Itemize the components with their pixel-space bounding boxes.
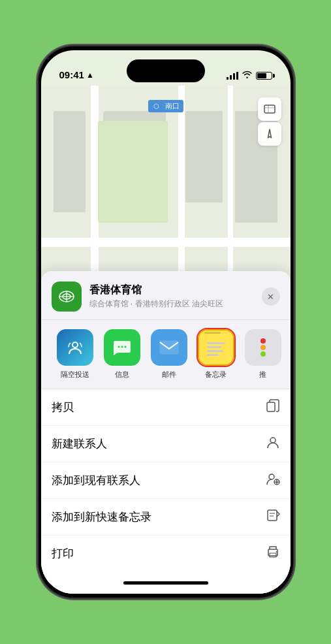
notes-label: 备忘录 bbox=[205, 370, 227, 379]
action-copy[interactable]: 拷贝 bbox=[41, 389, 291, 426]
phone-screen: 09:41 ▲ bbox=[41, 50, 291, 594]
location-button[interactable] bbox=[258, 122, 281, 146]
mail-label: 邮件 bbox=[162, 370, 176, 379]
share-item-notes[interactable]: 备忘录 bbox=[193, 329, 240, 379]
copy-icon bbox=[266, 398, 280, 416]
status-time: 09:41 ▲ bbox=[59, 69, 94, 80]
time-display: 09:41 bbox=[59, 69, 84, 80]
svg-point-11 bbox=[72, 342, 78, 347]
venue-title: 香港体育馆 bbox=[89, 283, 254, 297]
location-icon: ▲ bbox=[86, 71, 94, 80]
new-contact-icon bbox=[266, 435, 280, 453]
share-item-airdrop[interactable]: 隔空投送 bbox=[52, 329, 99, 379]
svg-rect-22 bbox=[268, 510, 277, 521]
action-print[interactable]: 打印 bbox=[41, 536, 291, 572]
action-list: 拷贝 新建联系人 bbox=[41, 389, 291, 572]
print-icon bbox=[266, 545, 280, 562]
print-label: 打印 bbox=[52, 546, 74, 561]
svg-point-18 bbox=[269, 474, 274, 479]
home-bar bbox=[123, 581, 208, 585]
venue-description: 综合体育馆 · 香港特别行政区 油尖旺区 bbox=[89, 298, 254, 310]
svg-rect-0 bbox=[264, 105, 275, 113]
messages-label: 信息 bbox=[115, 370, 129, 379]
share-item-more[interactable]: 推 bbox=[240, 329, 287, 379]
action-new-contact[interactable]: 新建联系人 bbox=[41, 426, 291, 462]
svg-rect-16 bbox=[267, 402, 275, 411]
mail-icon bbox=[151, 329, 187, 366]
status-icons bbox=[227, 71, 272, 80]
more-label: 推 bbox=[259, 370, 266, 379]
action-quick-note[interactable]: 添加到新快速备忘录 bbox=[41, 499, 291, 536]
dynamic-island bbox=[127, 59, 205, 82]
venue-info: 香港体育馆 综合体育馆 · 香港特别行政区 油尖旺区 bbox=[89, 283, 254, 310]
share-item-messages[interactable]: 信息 bbox=[99, 329, 146, 379]
add-contact-icon bbox=[266, 472, 280, 489]
wifi-icon bbox=[242, 71, 252, 80]
quick-note-label: 添加到新快速备忘录 bbox=[52, 509, 151, 524]
share-item-mail[interactable]: 邮件 bbox=[146, 329, 193, 379]
map-controls bbox=[258, 97, 281, 146]
venue-icon bbox=[52, 282, 82, 312]
airdrop-label: 隔空投送 bbox=[61, 370, 89, 379]
quick-note-icon bbox=[266, 508, 280, 526]
notes-icon bbox=[198, 329, 234, 366]
bottom-sheet: 香港体育馆 综合体育馆 · 香港特别行政区 油尖旺区 ✕ bbox=[41, 271, 291, 594]
battery-icon bbox=[256, 72, 272, 80]
add-contact-label: 添加到现有联系人 bbox=[52, 473, 140, 488]
svg-rect-15 bbox=[160, 341, 178, 354]
map-station-label: ⬡ 南口 bbox=[148, 100, 183, 112]
airdrop-icon bbox=[57, 329, 93, 366]
new-contact-label: 新建联系人 bbox=[52, 436, 107, 451]
copy-label: 拷贝 bbox=[52, 400, 74, 415]
home-indicator bbox=[41, 572, 291, 594]
signal-bars-icon bbox=[227, 72, 238, 80]
svg-point-27 bbox=[276, 551, 277, 553]
sheet-header: 香港体育馆 综合体育馆 · 香港特别行政区 油尖旺区 ✕ bbox=[41, 282, 291, 320]
phone-frame: 09:41 ▲ bbox=[39, 46, 293, 598]
notes-lines bbox=[203, 337, 229, 359]
svg-point-12 bbox=[118, 346, 119, 348]
close-button[interactable]: ✕ bbox=[262, 287, 280, 306]
svg-rect-26 bbox=[270, 553, 276, 557]
action-add-to-contact[interactable]: 添加到现有联系人 bbox=[41, 462, 291, 499]
share-row: 隔空投送 信息 bbox=[41, 320, 291, 389]
more-icon bbox=[245, 329, 281, 366]
messages-icon bbox=[104, 329, 140, 366]
svg-point-14 bbox=[124, 346, 126, 348]
svg-point-17 bbox=[270, 438, 276, 443]
svg-point-13 bbox=[121, 346, 123, 348]
map-type-button[interactable] bbox=[258, 97, 281, 121]
